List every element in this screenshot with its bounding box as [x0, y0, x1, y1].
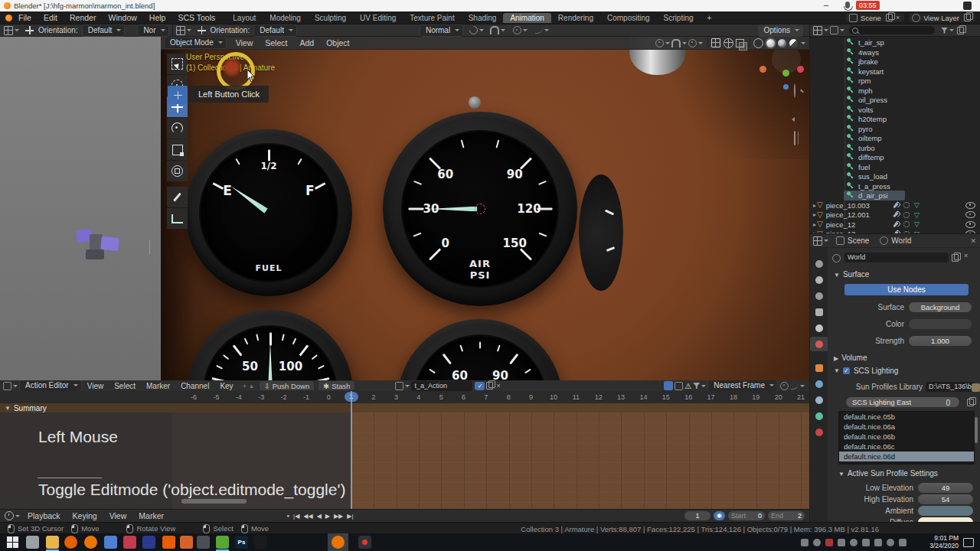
- profile-item-default.nice.05b[interactable]: default.nice.05b: [839, 412, 974, 422]
- orientation-dropdown-left[interactable]: Default: [82, 24, 126, 37]
- pivot-point-icon[interactable]: [655, 39, 664, 47]
- viewport-menu-object[interactable]: Object: [320, 38, 355, 47]
- partial-gauge[interactable]: [579, 174, 623, 291]
- outliner-item-keystart[interactable]: keystart: [810, 67, 980, 77]
- breadcrumb-scene[interactable]: Scene: [848, 236, 869, 245]
- normal-dropdown[interactable]: Normal: [420, 24, 463, 37]
- push-down-button[interactable]: ⇩Push Down: [259, 380, 315, 391]
- menu-help[interactable]: Help: [143, 13, 172, 22]
- outliner-search-input[interactable]: [849, 26, 935, 34]
- outliner-item-t_a_press[interactable]: t_a_press: [810, 181, 980, 191]
- taskbar-app-task-view[interactable]: [26, 536, 39, 549]
- workspace-tab-texture-paint[interactable]: Texture Paint: [403, 13, 461, 23]
- sun-profile-list[interactable]: default.nice.05bdefault.nice.06adefault.…: [838, 411, 975, 465]
- visibility-eye-icon[interactable]: [965, 221, 975, 228]
- timeline-menu-view[interactable]: View: [103, 511, 133, 520]
- surface-type-dropdown[interactable]: Background: [909, 302, 972, 312]
- outliner-item-t_air_sp[interactable]: t_air_sp: [810, 37, 980, 47]
- taskbar-app-app-swirl[interactable]: [142, 536, 155, 549]
- viewport-menu-add[interactable]: Add: [293, 38, 320, 47]
- main-3d-viewport[interactable]: E1/2FFUEL0306090120150AIRPSI501006090 Us…: [161, 37, 809, 380]
- summary-channel-row[interactable]: ▼ Summary: [0, 403, 809, 412]
- workspace-tab-layout[interactable]: Layout: [226, 13, 263, 23]
- ghost-toggle-icon[interactable]: [675, 382, 683, 390]
- taskbar-app-recorder[interactable]: [358, 536, 371, 549]
- snap-magnet-icon[interactable]: [490, 26, 499, 34]
- filter-icon[interactable]: [941, 28, 948, 34]
- outliner-type-icon[interactable]: [813, 26, 822, 35]
- slider-high-elevation[interactable]: 54: [918, 494, 973, 504]
- workspace-tab-animation[interactable]: Animation: [503, 13, 550, 23]
- profile-item-default.nice.06c[interactable]: default.nice.06c: [839, 442, 974, 452]
- scale-tool-button[interactable]: [167, 139, 188, 160]
- jump-end-button[interactable]: ▶|: [347, 513, 353, 520]
- falloff-icon[interactable]: [535, 27, 543, 34]
- workspace-tab-modeling[interactable]: Modeling: [263, 13, 308, 23]
- play-reverse-button[interactable]: ◀: [317, 513, 322, 520]
- tray-icon[interactable]: [862, 539, 870, 546]
- volume-section-header[interactable]: ▶Volume: [834, 354, 867, 362]
- material-shading-icon[interactable]: [778, 39, 786, 47]
- rotate-tool-button[interactable]: [167, 118, 188, 139]
- properties-tab-output[interactable]: [810, 289, 828, 303]
- outliner-item-fuel[interactable]: fuel: [810, 162, 980, 172]
- outliner-item-rpm[interactable]: rpm: [810, 76, 980, 86]
- workspace-tab-compositing[interactable]: Compositing: [600, 13, 657, 23]
- proportional-icon[interactable]: [780, 382, 789, 390]
- tray-icon[interactable]: [874, 539, 882, 546]
- profile-item-default.nice.06a[interactable]: default.nice.06a: [839, 422, 974, 432]
- notification-center-icon[interactable]: [963, 538, 974, 547]
- tray-icon[interactable]: [813, 539, 821, 546]
- taskbar-app-app-black[interactable]: [254, 536, 267, 549]
- fake-user-shield-icon[interactable]: ✓: [475, 382, 485, 390]
- outliner-item-mph[interactable]: mph: [810, 86, 980, 96]
- timeline-menu-marker[interactable]: Marker: [132, 511, 170, 520]
- tray-icon[interactable]: [838, 539, 845, 546]
- next-keyframe-button[interactable]: ▶▶: [334, 513, 343, 520]
- outliner-item-turbo[interactable]: turbo: [810, 143, 980, 153]
- pivot-dropdown-clipped[interactable]: Nor: [137, 24, 168, 37]
- rendered-shading-icon[interactable]: [789, 39, 798, 47]
- recorder-stop-icon[interactable]: [963, 2, 972, 10]
- workspace-tab-+[interactable]: +: [701, 13, 719, 23]
- perspective-toggle-icon[interactable]: [794, 132, 795, 145]
- display-mode-icon[interactable]: [830, 26, 838, 34]
- view-layer-selector[interactable]: View Layer: [909, 13, 975, 22]
- properties-tab-physics[interactable]: [810, 377, 828, 391]
- properties-type-icon[interactable]: [813, 236, 822, 246]
- outliner-item-volts[interactable]: volts: [810, 105, 980, 115]
- playhead[interactable]: [351, 391, 352, 509]
- measure-tool-button[interactable]: [167, 208, 188, 229]
- menu-edit[interactable]: Edit: [38, 13, 64, 22]
- show-gizmo-icon[interactable]: [711, 38, 720, 47]
- tray-icon[interactable]: [887, 539, 894, 546]
- outliner-item-difftemp[interactable]: difftemp: [810, 152, 980, 162]
- strength-slider[interactable]: 1.000: [909, 336, 972, 346]
- menu-file[interactable]: File: [12, 13, 38, 22]
- minimize-button[interactable]: –: [824, 0, 828, 9]
- orientation-dropdown[interactable]: Default: [253, 24, 297, 37]
- properties-tab-constraints[interactable]: [810, 393, 828, 407]
- outliner-item-oil_press[interactable]: oil_press: [810, 95, 980, 105]
- new-collection-icon[interactable]: [957, 27, 964, 34]
- show-overlays-icon[interactable]: [724, 38, 733, 48]
- mode-dropdown[interactable]: Object Mode: [164, 37, 227, 49]
- start-button[interactable]: [6, 536, 19, 549]
- scs-lighting-checkbox[interactable]: ✓: [843, 367, 850, 374]
- x-axis-dot[interactable]: [797, 66, 804, 73]
- color-swatch-ambient[interactable]: [918, 506, 973, 516]
- visibility-eye-icon[interactable]: [965, 211, 975, 218]
- dopesheet-menu-channel[interactable]: Channel: [175, 382, 214, 390]
- outliner-item-4ways[interactable]: 4ways: [810, 47, 980, 57]
- note-icon[interactable]: [967, 399, 974, 406]
- profile-item-default.nice.06d[interactable]: default.nice.06d: [839, 452, 974, 461]
- editor-type-icon[interactable]: [3, 382, 11, 390]
- world-color-swatch[interactable]: [909, 319, 972, 329]
- properties-tab-view-layer[interactable]: [810, 305, 828, 319]
- world-name-field[interactable]: World: [844, 253, 949, 262]
- taskbar-app-file-explorer[interactable]: [46, 536, 59, 549]
- taskbar-app-app-green[interactable]: [216, 536, 229, 549]
- outliner-item-piece_12[interactable]: ▸▽piece_12▽: [810, 220, 980, 230]
- surface-section-header[interactable]: ▼Surface: [834, 270, 869, 279]
- sun-profiles-path-field[interactable]: D:\ATS_136\base\d..: [926, 382, 975, 392]
